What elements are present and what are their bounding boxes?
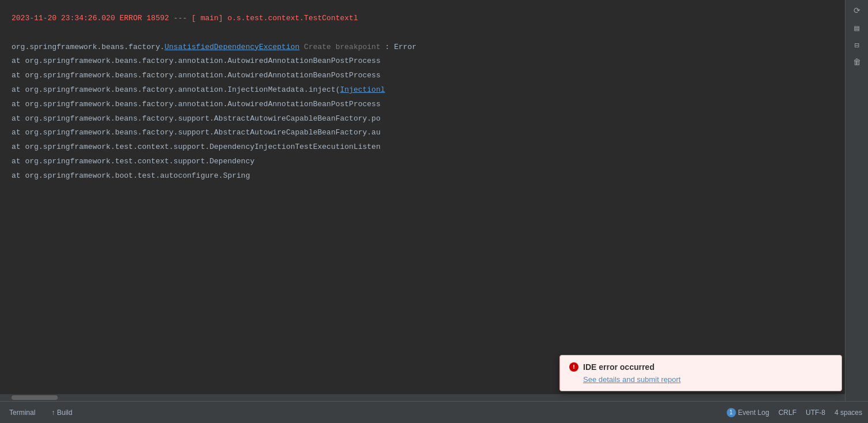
log-line-3: at org.springframework.beans.factory.ann… [0, 54, 845, 69]
log-line-5: at org.springframework.beans.factory.ann… [0, 83, 845, 98]
see-details-link[interactable]: See details and submit report [583, 375, 832, 384]
horizontal-scrollbar[interactable] [0, 394, 845, 401]
error-popup-title-row: ! IDE error occurred [569, 362, 832, 372]
right-toolbar: ⟳ ▤ ⊟ 🗑 [845, 0, 868, 401]
log-line-7: at org.springframework.beans.factory.sup… [0, 112, 845, 126]
error-circle-icon: ! [569, 362, 578, 372]
crlf-indicator[interactable]: CRLF [779, 409, 796, 417]
toolbar-delete-btn[interactable]: 🗑 [848, 54, 866, 70]
ide-error-popup: ! IDE error occurred See details and sub… [559, 355, 842, 391]
log-line-9: at org.springframework.test.context.supp… [0, 140, 845, 155]
log-error-text: 2023-11-20 23:34:26.020 ERROR 18592 --- … [12, 14, 358, 23]
log-line-10: at org.springframework.test.context.supp… [0, 155, 845, 169]
toolbar-layout-btn[interactable]: ▤ [848, 20, 866, 36]
log-line-empty [0, 26, 845, 40]
injection-prefix: at org.springframework.beans.factory.ann… [12, 85, 340, 94]
log-line-4: at org.springframework.beans.factory.ann… [0, 69, 845, 83]
log-line-11: at org.springframework.boot.test.autocon… [0, 169, 845, 184]
create-breakpoint-hint[interactable]: Create breakpoint [299, 43, 380, 51]
terminal-tab[interactable]: Terminal [6, 407, 39, 418]
scrollbar-thumb[interactable] [12, 395, 58, 400]
exception-prefix: org.springframework.beans.factory. [12, 43, 164, 51]
exception-suffix: : Error [381, 43, 416, 51]
log-line-1: 2023-11-20 23:34:26.020 ERROR 18592 --- … [0, 12, 845, 26]
encoding-indicator[interactable]: UTF-8 [806, 409, 825, 417]
injection-link[interactable]: Injectionl [340, 85, 385, 94]
status-bar-left: Terminal ↑ Build [6, 407, 76, 418]
indent-indicator[interactable]: 4 spaces [835, 409, 862, 417]
event-log-count: 1 [727, 408, 736, 417]
log-line-6: at org.springframework.beans.factory.ann… [0, 98, 845, 112]
status-bar: Terminal ↑ Build 1 Event Log CRLF UTF-8 … [0, 401, 868, 423]
toolbar-print-btn[interactable]: ⊟ [848, 37, 866, 53]
toolbar-refresh-btn[interactable]: ⟳ [848, 2, 866, 18]
event-log-badge[interactable]: 1 Event Log [727, 408, 769, 417]
log-line-8: at org.springframework.beans.factory.sup… [0, 126, 845, 140]
build-tab[interactable]: ↑ Build [48, 407, 76, 418]
error-popup-heading: IDE error occurred [583, 362, 655, 372]
log-line-exception: org.springframework.beans.factory.Unsati… [0, 40, 845, 55]
build-icon: ↑ [51, 409, 57, 417]
event-log-label: Event Log [738, 409, 769, 417]
unsatisfied-dependency-link[interactable]: UnsatisfiedDependencyException [164, 43, 299, 51]
status-bar-right: 1 Event Log CRLF UTF-8 4 spaces [727, 408, 862, 417]
editor-area: 2023-11-20 23:34:26.020 ERROR 18592 --- … [0, 0, 845, 401]
